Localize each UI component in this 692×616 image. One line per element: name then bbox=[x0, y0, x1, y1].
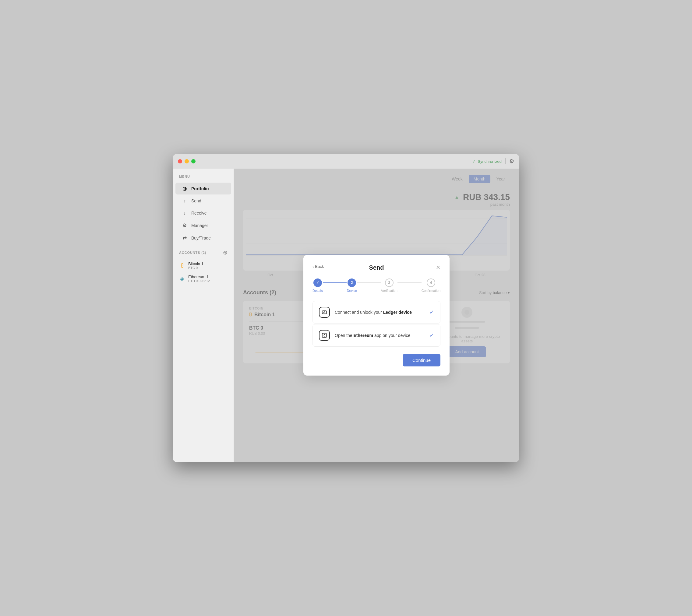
accounts-header: ACCOUNTS (2) ⊕ bbox=[173, 250, 234, 259]
sidebar-item-label: Manager bbox=[191, 223, 208, 228]
sidebar-account-bitcoin[interactable]: ₿ Bitcoin 1 BTC 0 bbox=[173, 259, 234, 272]
ethereum-name: Ethereum 1 bbox=[188, 274, 210, 279]
ethereum-icon: ◈ bbox=[179, 276, 185, 282]
accounts-section: ACCOUNTS (2) ⊕ ₿ Bitcoin 1 BTC 0 ◈ Ether… bbox=[173, 250, 234, 285]
modal-overlay: ‹ Back Send ✕ ✓ Details bbox=[234, 169, 519, 462]
step-device: 2 Device bbox=[347, 279, 357, 292]
manager-icon: ⚙ bbox=[182, 222, 188, 228]
connect-instruction-text: Connect and unlock your Ledger device bbox=[335, 310, 424, 315]
sidebar-item-portfolio[interactable]: ◑ Portfolio bbox=[175, 183, 231, 195]
buytrade-icon: ⇄ bbox=[182, 235, 188, 241]
ethereum-app-icon bbox=[319, 330, 330, 341]
modal-back-button[interactable]: ‹ Back bbox=[313, 264, 324, 269]
open-app-check-icon: ✓ bbox=[429, 332, 434, 339]
ethereum-info: Ethereum 1 ETH 0.026212 bbox=[188, 274, 210, 283]
connect-check-icon: ✓ bbox=[429, 309, 434, 315]
menu-label: MENU bbox=[173, 175, 234, 182]
modal-footer: Continue bbox=[313, 354, 440, 367]
open-app-instruction-text: Open the Ethereum app on your device bbox=[335, 333, 424, 338]
step-verification-label: Verification bbox=[381, 289, 397, 292]
sidebar: MENU ◑ Portfolio ↑ Send ↓ Receive ⚙ Mana… bbox=[173, 169, 234, 462]
close-button[interactable] bbox=[178, 159, 182, 163]
portfolio-icon: ◑ bbox=[182, 186, 188, 192]
sync-icon: ✓ bbox=[473, 159, 476, 164]
ethereum-balance: ETH 0.026212 bbox=[188, 279, 210, 283]
add-account-sidebar-button[interactable]: ⊕ bbox=[223, 250, 228, 255]
minimize-button[interactable] bbox=[185, 159, 189, 163]
title-divider bbox=[505, 158, 506, 164]
step-details-circle: ✓ bbox=[313, 279, 322, 287]
instruction-open-app: Open the Ethereum app on your device ✓ bbox=[313, 324, 440, 347]
modal-close-button[interactable]: ✕ bbox=[436, 264, 440, 271]
traffic-lights bbox=[178, 159, 195, 163]
step-verification-circle: 3 bbox=[385, 279, 394, 287]
settings-button[interactable]: ⚙ bbox=[509, 158, 514, 164]
bitcoin-icon: ₿ bbox=[179, 262, 185, 269]
step-confirmation-label: Confirmation bbox=[422, 289, 440, 292]
title-bar: ✓ Synchronized ⚙ bbox=[173, 154, 519, 169]
main-content: MENU ◑ Portfolio ↑ Send ↓ Receive ⚙ Mana… bbox=[173, 169, 519, 462]
sync-label: Synchronized bbox=[478, 159, 502, 164]
modal-title: Send bbox=[369, 264, 384, 271]
svg-marker-12 bbox=[323, 335, 325, 337]
sidebar-item-label: Portfolio bbox=[191, 186, 209, 191]
accounts-label: ACCOUNTS (2) bbox=[179, 251, 206, 255]
back-label: Back bbox=[315, 264, 324, 269]
app-window: ✓ Synchronized ⚙ MENU ◑ Portfolio ↑ Send… bbox=[173, 154, 519, 462]
step-confirmation: 4 Confirmation bbox=[422, 279, 440, 292]
sidebar-account-ethereum[interactable]: ◈ Ethereum 1 ETH 0.026212 bbox=[173, 272, 234, 285]
send-modal: ‹ Back Send ✕ ✓ Details bbox=[303, 255, 449, 376]
modal-header: ‹ Back Send ✕ bbox=[313, 264, 440, 271]
bitcoin-info: Bitcoin 1 BTC 0 bbox=[188, 261, 204, 270]
ledger-connect-icon bbox=[319, 307, 330, 318]
step-line-2 bbox=[357, 282, 381, 283]
step-details: ✓ Details bbox=[313, 279, 323, 292]
title-bar-right: ✓ Synchronized ⚙ bbox=[473, 158, 514, 164]
content-area: Week Month Year ▲ RUB 343.15 past month bbox=[234, 169, 519, 462]
sidebar-item-label: Send bbox=[191, 198, 201, 203]
sync-indicator: ✓ Synchronized bbox=[473, 159, 502, 164]
continue-button[interactable]: Continue bbox=[403, 354, 440, 367]
sidebar-item-receive[interactable]: ↓ Receive bbox=[175, 207, 231, 219]
sidebar-item-buytrade[interactable]: ⇄ Buy/Trade bbox=[175, 232, 231, 244]
sidebar-item-label: Receive bbox=[191, 211, 207, 216]
step-confirmation-circle: 4 bbox=[427, 279, 435, 287]
step-details-label: Details bbox=[313, 289, 323, 292]
step-device-circle: 2 bbox=[348, 279, 356, 287]
maximize-button[interactable] bbox=[191, 159, 195, 163]
sidebar-item-send[interactable]: ↑ Send bbox=[175, 195, 231, 207]
receive-icon: ↓ bbox=[182, 210, 188, 216]
sidebar-item-label: Buy/Trade bbox=[191, 236, 211, 240]
step-line-1 bbox=[323, 282, 347, 283]
step-device-label: Device bbox=[347, 289, 357, 292]
stepper: ✓ Details 2 Device 3 Verif bbox=[313, 279, 440, 292]
step-verification: 3 Verification bbox=[381, 279, 397, 292]
send-icon: ↑ bbox=[182, 198, 188, 204]
step-line-3 bbox=[397, 282, 422, 283]
bitcoin-name: Bitcoin 1 bbox=[188, 261, 204, 266]
instruction-connect: Connect and unlock your Ledger device ✓ bbox=[313, 301, 440, 324]
bitcoin-balance: BTC 0 bbox=[188, 266, 204, 270]
svg-marker-11 bbox=[323, 334, 325, 335]
svg-point-8 bbox=[324, 312, 325, 313]
sidebar-item-manager[interactable]: ⚙ Manager bbox=[175, 219, 231, 231]
